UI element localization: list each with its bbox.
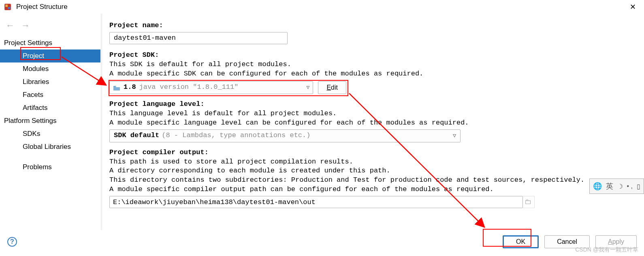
folder-icon	[113, 85, 120, 90]
compiler-output-section: Project compiler output: This path is us…	[109, 148, 636, 209]
square-icon: ▯	[637, 183, 640, 190]
project-sdk-section: Project SDK: This SDK is default for all…	[109, 51, 636, 94]
compiler-output-desc1: This path is used to store all project c…	[109, 157, 636, 167]
compiler-output-row: 🗀	[109, 196, 535, 208]
sidebar-item-facets[interactable]: Facets	[0, 88, 101, 101]
edit-sdk-button[interactable]: Edit	[318, 81, 346, 94]
sidebar-item-sdks[interactable]: SDKs	[0, 127, 101, 140]
project-name-label: Project name:	[109, 21, 636, 30]
svg-rect-1	[5, 4, 8, 7]
language-level-detail: (8 - Lambdas, type annotations etc.)	[162, 131, 453, 140]
sdk-name: 1.8	[124, 83, 136, 92]
compiler-output-desc4: A module specific compiler output path c…	[109, 185, 636, 194]
nav-forward-icon[interactable]: →	[21, 20, 30, 31]
sidebar-heading-platform-settings: Platform Settings	[0, 114, 101, 127]
ime-lang: 英	[606, 181, 613, 191]
compiler-output-label: Project compiler output:	[109, 148, 636, 157]
window-title: Project Structure	[16, 3, 68, 11]
moon-icon: ☽	[617, 183, 623, 190]
sidebar-heading-project-settings: Project Settings	[0, 37, 101, 49]
ime-widget[interactable]: 🌐 英 ☽ • , ▯	[589, 179, 644, 194]
svg-rect-2	[8, 7, 10, 9]
compiler-output-desc3: This directory contains two subdirectori…	[109, 176, 636, 185]
project-sdk-desc2: A module specific SDK can be configured …	[109, 69, 636, 79]
watermark: CSDN @我有一颗五叶草	[575, 246, 638, 254]
sdk-version: java version "1.8.0_111"	[139, 83, 307, 92]
main-area: ← → Project Settings Project Modules Lib…	[0, 14, 644, 230]
sidebar: ← → Project Settings Project Modules Lib…	[0, 14, 101, 230]
compiler-output-input[interactable]	[109, 196, 523, 208]
sidebar-item-libraries[interactable]: Libraries	[0, 75, 101, 88]
help-icon[interactable]: ?	[7, 237, 17, 247]
content-panel: Project name: Project SDK: This SDK is d…	[101, 14, 644, 230]
app-icon	[4, 3, 11, 11]
sdk-select[interactable]: 1.8 java version "1.8.0_111" ▽	[109, 81, 313, 94]
bullet-quote-icon: • ,	[627, 183, 633, 190]
browse-folder-icon[interactable]: 🗀	[522, 196, 535, 208]
sidebar-item-global-libraries[interactable]: Global Libraries	[0, 140, 101, 153]
chevron-down-icon: ▽	[307, 84, 310, 91]
titlebar: Project Structure ✕	[0, 0, 644, 14]
sdk-row: 1.8 java version "1.8.0_111" ▽ Edit	[109, 81, 346, 94]
language-level-desc2: A module specific language level can be …	[109, 118, 636, 128]
project-name-section: Project name:	[109, 21, 636, 44]
sidebar-item-artifacts[interactable]: Artifacts	[0, 101, 101, 114]
nav-arrows: ← →	[0, 17, 101, 37]
chevron-down-icon: ▽	[453, 132, 456, 140]
language-level-label: Project language level:	[109, 100, 636, 109]
globe-icon: 🌐	[593, 182, 602, 191]
project-name-input[interactable]	[109, 32, 288, 44]
language-level-desc1: This language level is default for all p…	[109, 109, 636, 118]
project-sdk-label: Project SDK:	[109, 51, 636, 60]
sidebar-splitter[interactable]	[100, 14, 102, 230]
language-level-section: Project language level: This language le…	[109, 100, 636, 142]
project-sdk-desc1: This SDK is default for all project modu…	[109, 60, 636, 69]
sidebar-item-problems[interactable]: Problems	[0, 161, 101, 174]
ok-button[interactable]: OK	[503, 235, 539, 248]
bottom-bar: ? OK Cancel Apply	[0, 230, 644, 256]
close-icon[interactable]: ✕	[626, 2, 640, 11]
language-level-value: SDK default	[114, 131, 159, 140]
language-level-select[interactable]: SDK default (8 - Lambdas, type annotatio…	[109, 129, 461, 142]
compiler-output-desc2: A directory corresponding to each module…	[109, 166, 636, 176]
sidebar-item-modules[interactable]: Modules	[0, 62, 101, 75]
nav-back-icon[interactable]: ←	[6, 20, 15, 31]
sidebar-item-project[interactable]: Project	[0, 49, 101, 62]
